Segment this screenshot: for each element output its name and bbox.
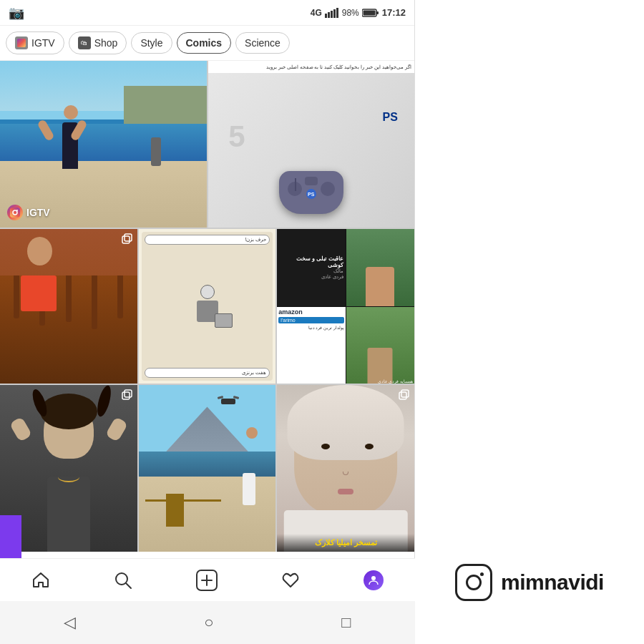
status-bar: 📷 4G 98% 17:12 (0, 0, 414, 26)
cell-playstation[interactable]: اگر می‌خواهید این خبر را بخوانید کلیک کن… (208, 61, 415, 228)
grid-rows: IGTV اگر می‌خواهید این خبر را بخوانید کل… (0, 61, 414, 552)
svg-point-23 (371, 576, 376, 580)
nav-add-button[interactable] (190, 567, 223, 594)
svg-rect-2 (331, 11, 333, 18)
tab-science[interactable]: Science (235, 32, 290, 54)
svg-rect-3 (333, 9, 336, 18)
status-left: 📷 (9, 5, 24, 21)
svg-rect-13 (125, 234, 132, 241)
search-icon (114, 571, 132, 590)
profile-avatar (364, 570, 384, 590)
svg-rect-17 (401, 390, 409, 397)
row-1: IGTV اگر می‌خواهید این خبر را بخوانید کل… (0, 61, 414, 228)
nav-profile-button[interactable] (358, 567, 389, 593)
multi-photo-icon-2 (122, 389, 133, 403)
nav-tabs: IGTV 🛍 Shop Style Comics Science (0, 26, 414, 61)
svg-rect-12 (122, 236, 130, 243)
nav-search-button[interactable] (108, 568, 138, 592)
battery-percent: 98% (342, 8, 359, 18)
heart-icon (281, 571, 300, 590)
shop-tab-icon: 🛍 (78, 36, 91, 49)
row-3: تمسخر امیلیا کلارک (0, 385, 414, 552)
svg-rect-8 (17, 39, 26, 47)
igtv-label: IGTV (26, 207, 50, 218)
row-2: حرف بزن! هفت برنزی (0, 229, 414, 384)
nav-home-button[interactable] (26, 568, 56, 592)
svg-line-19 (126, 583, 131, 588)
branding-area: mimnavidi (415, 0, 644, 644)
svg-rect-4 (336, 8, 338, 18)
tab-style[interactable]: Style (131, 32, 172, 54)
add-icon (196, 570, 218, 591)
svg-point-11 (16, 210, 18, 211)
bottom-nav (0, 558, 415, 601)
camera-icon: 📷 (9, 5, 24, 21)
cell-pool-video[interactable]: IGTV (0, 61, 207, 228)
shop-tab-label: Shop (94, 37, 118, 49)
cell-comb-man[interactable] (0, 229, 137, 384)
brand-row: mimnavidi (455, 564, 604, 601)
igtv-tab-label: IGTV (31, 37, 55, 49)
svg-rect-9 (10, 208, 20, 218)
science-tab-label: Science (245, 37, 280, 49)
home-icon (31, 571, 50, 590)
android-home-button[interactable]: ○ (204, 613, 213, 632)
igtv-badge-icon (7, 205, 23, 220)
cartoon-content: حرف بزن! هفت برنزی (139, 229, 276, 384)
android-nav: ◁ ○ □ (0, 601, 415, 644)
signal-bars-icon (325, 8, 339, 18)
tab-shop[interactable]: 🛍 Shop (69, 31, 127, 54)
style-tab-label: Style (140, 37, 162, 49)
tab-comics[interactable]: Comics (177, 32, 232, 54)
igtv-tab-icon (15, 36, 28, 49)
igtv-badge: IGTV (7, 205, 50, 220)
android-back-button[interactable]: ◁ (64, 613, 76, 632)
signal-text: 4G (311, 8, 322, 18)
nav-likes-button[interactable] (275, 568, 306, 592)
brand-username: mimnavidi (501, 570, 604, 595)
comics-tab-label: Comics (186, 37, 223, 49)
svg-rect-1 (328, 12, 330, 18)
status-right: 4G 98% 17:12 (311, 7, 406, 18)
emilia-overlay-text: تمسخر امیلیا کلارک (315, 538, 377, 547)
multi-photo-icon-3 (399, 389, 410, 403)
instagram-logo (455, 564, 492, 601)
svg-rect-14 (122, 392, 130, 399)
tab-igtv[interactable]: IGTV (6, 31, 64, 54)
brand-block: mimnavidi (455, 564, 604, 601)
svg-rect-15 (125, 390, 132, 397)
svg-rect-16 (399, 392, 406, 399)
emilia-text-overlay: تمسخر امیلیا کلارک (277, 534, 414, 552)
svg-rect-0 (325, 14, 327, 18)
phone-frame: 📷 4G 98% 17:12 (0, 0, 415, 644)
cell-cartoon[interactable]: حرف بزن! هفت برنزی (139, 229, 276, 384)
svg-rect-7 (363, 10, 375, 15)
cell-amazon-meme[interactable]: عاقبت تبلی و سخت کوشی مالک فردی عادی ama… (277, 229, 414, 384)
battery-icon (362, 8, 379, 18)
cell-boat-scene[interactable] (139, 385, 276, 552)
time-display: 17:12 (382, 7, 406, 18)
svg-rect-6 (376, 11, 379, 14)
multi-photo-icon-1 (122, 233, 133, 247)
cell-emilia-face[interactable]: تمسخر امیلیا کلارک (277, 385, 414, 552)
content-grid: IGTV اگر می‌خواهید این خبر را بخوانید کل… (0, 61, 414, 552)
android-recents-button[interactable]: □ (341, 613, 351, 632)
